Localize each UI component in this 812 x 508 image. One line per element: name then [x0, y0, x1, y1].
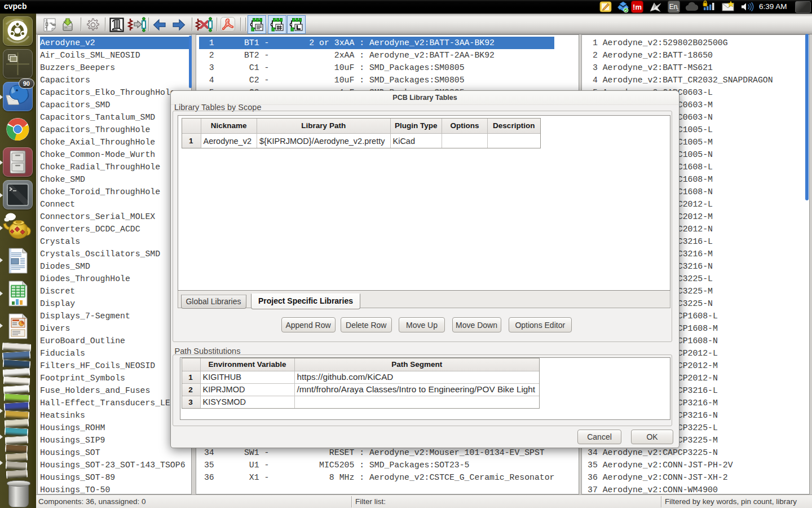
svg-text:!m: !m [633, 3, 642, 11]
svg-text:1: 1 [677, 7, 679, 12]
